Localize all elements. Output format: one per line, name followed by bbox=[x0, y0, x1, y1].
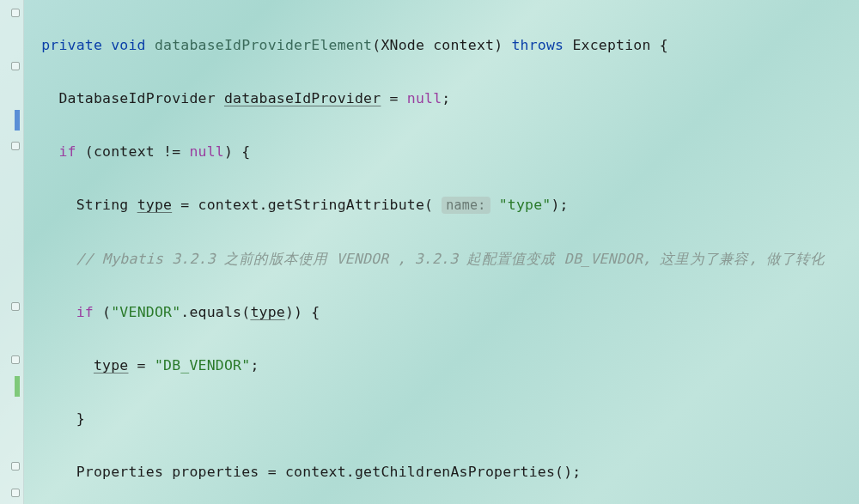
code-line: Properties properties = context.getChild… bbox=[33, 458, 825, 485]
code-line: DatabaseIdProvider databaseIdProvider = … bbox=[33, 85, 825, 112]
string-literal: "type" bbox=[499, 197, 551, 213]
param-hint: name: bbox=[442, 197, 490, 214]
fold-marker-icon[interactable] bbox=[11, 62, 20, 70]
change-marker-icon bbox=[15, 110, 20, 131]
keyword-if: if bbox=[76, 304, 94, 320]
punct: ); bbox=[551, 197, 568, 213]
variable: type bbox=[250, 304, 285, 320]
keyword-if: if bbox=[58, 143, 76, 160]
code-line: // Mybatis 3.2.3 之前的版本使用 VENDOR , 3.2.3 … bbox=[33, 246, 825, 272]
punct: )) { bbox=[285, 304, 320, 320]
editor-gutter bbox=[0, 0, 24, 504]
param-type: XNode bbox=[381, 37, 424, 53]
brace: { bbox=[660, 37, 668, 53]
param-name: context bbox=[433, 37, 494, 53]
variable: context bbox=[198, 197, 259, 213]
variable: properties bbox=[172, 464, 259, 480]
exception-type: Exception bbox=[572, 37, 650, 53]
keyword-null: null bbox=[407, 90, 442, 106]
comment: // Mybatis 3.2.3 之前的版本使用 VENDOR , 3.2.3 … bbox=[76, 251, 825, 267]
method-call: .equals( bbox=[180, 304, 250, 320]
code-editor-content[interactable]: private void databaseIdProviderElement(X… bbox=[33, 5, 825, 504]
fold-marker-icon[interactable] bbox=[11, 462, 20, 471]
string-literal: "VENDOR" bbox=[111, 304, 180, 320]
punct: ( bbox=[94, 304, 111, 320]
keyword-null: null bbox=[189, 143, 224, 160]
string-literal: "DB_VENDOR" bbox=[155, 357, 250, 373]
code-line: if ("VENDOR".equals(type)) { bbox=[33, 299, 825, 325]
punct: ( bbox=[76, 143, 94, 160]
type: String bbox=[76, 197, 129, 213]
punct: ) { bbox=[224, 143, 250, 160]
keyword: void bbox=[111, 37, 146, 53]
op: = bbox=[128, 357, 154, 373]
code-line: private void databaseIdProviderElement(X… bbox=[33, 32, 825, 58]
op: = bbox=[172, 197, 198, 213]
fold-marker-icon[interactable] bbox=[11, 302, 20, 311]
type: Properties bbox=[76, 464, 163, 480]
variable: context bbox=[94, 143, 155, 160]
fold-marker-icon[interactable] bbox=[11, 9, 20, 17]
fold-marker-icon[interactable] bbox=[11, 489, 20, 497]
change-marker-icon bbox=[15, 376, 20, 397]
code-line: String type = context.getStringAttribute… bbox=[33, 191, 825, 219]
variable: context bbox=[285, 464, 346, 480]
fold-marker-icon[interactable] bbox=[11, 355, 20, 364]
method-name: databaseIdProviderElement bbox=[155, 37, 372, 53]
keyword: throws bbox=[511, 37, 564, 53]
variable: type bbox=[94, 357, 129, 373]
variable: databaseIdProvider bbox=[224, 90, 381, 106]
code-line: } bbox=[33, 405, 825, 432]
op: != bbox=[155, 143, 190, 160]
code-line: type = "DB_VENDOR"; bbox=[33, 352, 825, 379]
op: = bbox=[381, 90, 406, 106]
method-call: .getChildrenAsProperties(); bbox=[346, 464, 582, 480]
punct: ) bbox=[494, 37, 503, 53]
punct: ( bbox=[372, 37, 381, 53]
fold-marker-icon[interactable] bbox=[11, 142, 20, 150]
variable: type bbox=[137, 197, 173, 213]
method-call: .getStringAttribute( bbox=[259, 197, 434, 213]
type: DatabaseIdProvider bbox=[58, 90, 215, 106]
punct: ; bbox=[442, 90, 450, 106]
punct: ; bbox=[250, 357, 259, 373]
brace: } bbox=[76, 410, 85, 427]
keyword: private bbox=[41, 37, 102, 53]
op: = bbox=[259, 464, 285, 480]
code-line: if (context != null) { bbox=[33, 138, 825, 165]
